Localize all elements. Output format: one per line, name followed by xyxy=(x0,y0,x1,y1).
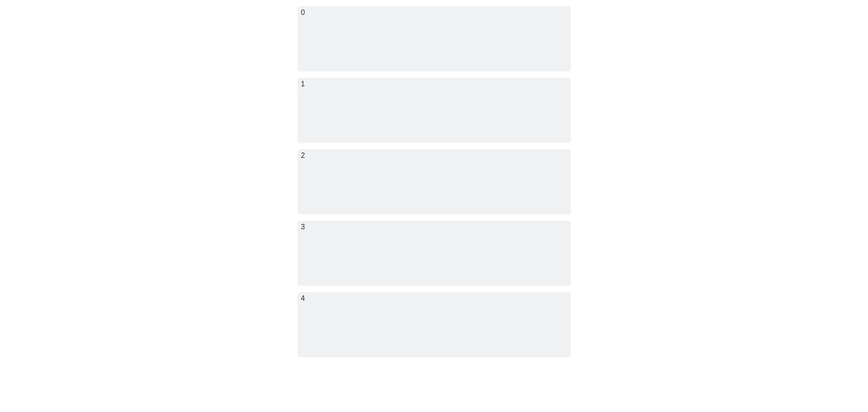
list-item-label: 0 xyxy=(301,9,305,16)
list-item-label: 3 xyxy=(301,223,305,231)
list-item[interactable]: 3 xyxy=(297,221,571,286)
list-item-label: 1 xyxy=(301,80,305,88)
list-item[interactable]: 2 xyxy=(297,149,571,214)
list-item[interactable]: 1 xyxy=(297,78,571,143)
list-item[interactable]: 4 xyxy=(297,292,571,357)
list-item-label: 4 xyxy=(301,294,305,302)
list-item-label: 2 xyxy=(301,152,305,159)
list-item[interactable]: 0 xyxy=(297,6,571,71)
card-list: 0 1 2 3 4 xyxy=(297,6,571,357)
page-container: 0 1 2 3 4 xyxy=(0,0,868,364)
